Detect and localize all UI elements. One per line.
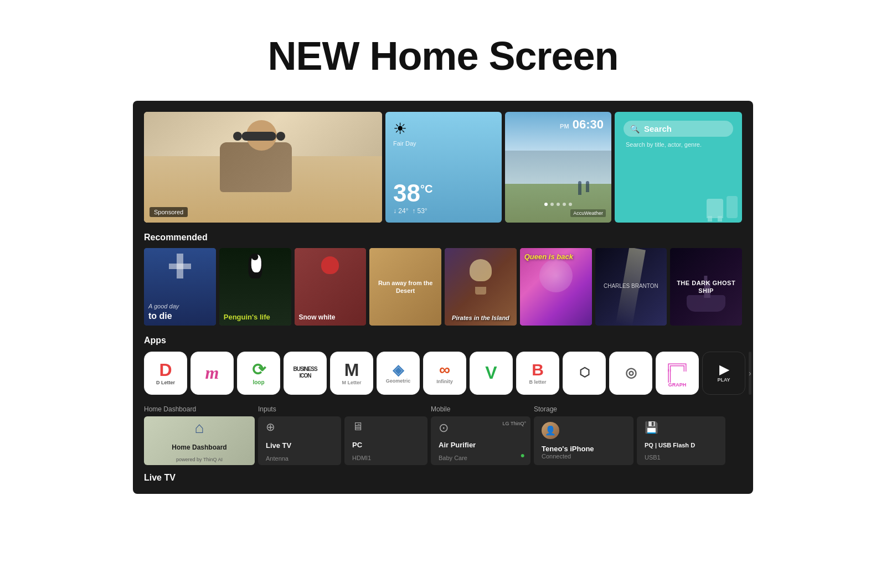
pc-sub: HDMI1 [352, 455, 371, 461]
app-rings[interactable]: ◎ [609, 352, 652, 395]
ml-symbol: M [344, 361, 359, 379]
weather-day: Fair Day [393, 140, 494, 147]
live-tv-card[interactable]: ⊕ Live TV Antenna [258, 416, 341, 465]
play-label: PLAY [717, 377, 730, 383]
graph-symbol: ╔═╗║ [666, 359, 689, 381]
iphone-sub: Connected [542, 453, 594, 460]
home-dashboard-sub: powered by ThinQ AI [176, 457, 223, 462]
home-dashboard-card[interactable]: ⌂ Home Dashboard powered by ThinQ AI [144, 416, 255, 465]
loop-label: loop [253, 379, 264, 385]
skull-icon [470, 259, 492, 281]
app-play[interactable]: ▶ PLAY [702, 352, 745, 395]
search-label: Search [644, 124, 672, 133]
usb-card[interactable]: 💾 PQ | USB Flash D USB1 [637, 416, 725, 465]
usb-title: PQ | USB Flash D [645, 442, 695, 448]
b-label: B letter [529, 379, 546, 385]
air-purifier-title: Air Purifier [439, 441, 476, 449]
usb-icon: 💾 [645, 421, 658, 434]
recommended-row: A good day to die Penguin's life [144, 248, 742, 326]
accu-badge: AccuWeather [570, 209, 606, 217]
rec-card-7[interactable]: CHARLES BRANTON [595, 248, 667, 326]
rings-symbol: ◎ [625, 366, 637, 379]
share-symbol: ⬡ [579, 367, 590, 379]
inputs-label: Inputs [258, 405, 427, 413]
biz-symbol: BUSINESSICON [293, 366, 317, 379]
geo-symbol: ◈ [393, 363, 404, 377]
loop-symbol: ⟳ [252, 362, 266, 378]
v-symbol: V [485, 364, 497, 381]
apps-arrow[interactable]: › [749, 352, 751, 395]
weather-range: ↓ 24° ↑ 53° [393, 207, 494, 215]
iphone-title: Teneo's iPhone [542, 445, 594, 453]
rc2-title: Penguin's life [224, 313, 287, 321]
app-b-letter[interactable]: B B letter [516, 352, 559, 395]
usb-sub: USB1 [645, 454, 661, 461]
live-tv-icon: ⊕ [266, 420, 275, 434]
app-geometric[interactable]: ◈ Geometric [377, 352, 420, 395]
pc-card[interactable]: 🖥 PC HDMI1 [344, 416, 427, 465]
geo-label: Geometric [386, 378, 411, 384]
rec-card-1[interactable]: A good day to die [144, 248, 216, 326]
app-graph[interactable]: ╔═╗║ GRAPH [656, 352, 699, 395]
avatar: 👤 [542, 422, 559, 439]
rc6-title: Queen is back [524, 252, 588, 261]
landscape-dots [544, 203, 572, 206]
pc-title: PC [352, 441, 362, 449]
app-v[interactable]: V [470, 352, 513, 395]
m-symbol: m [205, 364, 219, 381]
search-hint: Search by title, actor, genre. [624, 141, 733, 148]
rec-card-3[interactable]: Snow white [295, 248, 367, 326]
sponsored-badge: Sponsored [150, 207, 188, 217]
d-letter-label: D Letter [156, 380, 175, 385]
live-tv-title: Live TV [266, 441, 291, 450]
graph-label: GRAPH [668, 382, 687, 388]
d-letter-symbol: D [159, 361, 172, 379]
app-loop[interactable]: ⟳ loop [237, 352, 280, 395]
rc7-author: CHARLES BRANTON [604, 283, 658, 289]
page-title: NEW Home Screen [0, 0, 886, 101]
air-purifier-card[interactable]: LG ThinQ° ⊙ Air Purifier Baby Care ● [431, 416, 530, 465]
app-d-letter[interactable]: D D Letter [144, 352, 187, 395]
apps-label: Apps [144, 336, 742, 345]
hero-row: Sponsored ☀ Fair Day 38°C ↓ 24° ↑ 53° [144, 112, 742, 223]
air-purifier-icon: ⊙ [439, 421, 449, 435]
tv-frame: Sponsored ☀ Fair Day 38°C ↓ 24° ↑ 53° [133, 101, 753, 494]
weather-icon: ☀ [393, 120, 494, 138]
inputs-section: Inputs ⊕ Live TV Antenna 🖥 PC HDMI1 [258, 405, 427, 465]
hero-landscape-time: PM 06:30 [560, 117, 604, 132]
lg-thinq-label: LG ThinQ° [503, 421, 526, 426]
home-icon: ⌂ [195, 419, 204, 437]
rc3-title: Snow white [299, 313, 362, 321]
rec-card-6[interactable]: Queen is back [520, 248, 592, 326]
app-m[interactable]: m [190, 352, 234, 395]
storage-section: Storage 👤 Teneo's iPhone Connected 💾 PQ … [534, 405, 725, 465]
app-m-letter[interactable]: M M Letter [330, 352, 373, 395]
hero-landscape[interactable]: PM 06:30 AccuWeather [505, 112, 611, 223]
rc1-top: A good day [148, 303, 212, 310]
rc4-title: Run away from the Desert [374, 279, 437, 295]
apps-row: D D Letter m ⟳ loop BUSINESSICON M M Let… [144, 351, 742, 395]
app-infinity[interactable]: ∞ Infinity [423, 352, 466, 395]
recommended-label: Recommended [144, 233, 742, 243]
mobile-section: Mobile LG ThinQ° ⊙ Air Purifier Baby Car… [431, 405, 530, 465]
app-share[interactable]: ⬡ [563, 352, 606, 395]
iphone-card[interactable]: 👤 Teneo's iPhone Connected [534, 416, 633, 465]
rec-card-8[interactable]: THE DARK GHOST SHIP [670, 248, 742, 326]
hero-search[interactable]: 🔍 Search Search by title, actor, genre. [615, 112, 742, 223]
ml-label: M Letter [342, 380, 361, 385]
rec-card-4[interactable]: Run away from the Desert [369, 248, 441, 326]
dashboard-sections: Home Dashboard ⌂ Home Dashboard powered … [144, 405, 742, 465]
dashboard-section: Home Dashboard ⌂ Home Dashboard powered … [144, 405, 255, 465]
hero-weather[interactable]: ☀ Fair Day 38°C ↓ 24° ↑ 53° [385, 112, 502, 223]
weather-temp: 38°C [393, 179, 494, 207]
b-symbol: B [532, 362, 544, 378]
home-dashboard-title: Home Dashboard [172, 443, 226, 451]
search-bar[interactable]: 🔍 Search [624, 121, 733, 137]
storage-label: Storage [534, 405, 725, 413]
pc-icon: 🖥 [352, 420, 363, 433]
app-business-icon[interactable]: BUSINESSICON [284, 352, 327, 395]
air-green-dot: ● [521, 451, 525, 460]
rec-card-5[interactable]: Pirates in the Island [445, 248, 517, 326]
hero-main[interactable]: Sponsored [144, 112, 382, 223]
rec-card-2[interactable]: Penguin's life [219, 248, 291, 326]
